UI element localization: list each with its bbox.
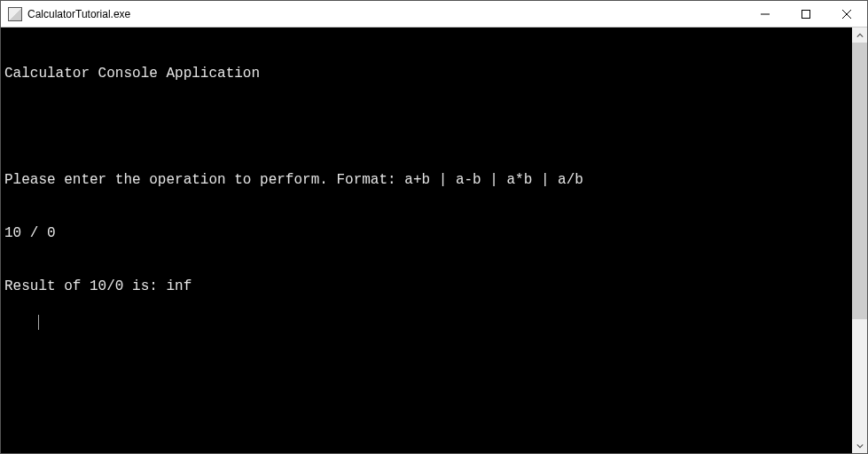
window-title: CalculatorTutorial.exe xyxy=(27,8,745,20)
maximize-icon xyxy=(802,10,810,19)
svg-rect-1 xyxy=(802,10,810,18)
scroll-thumb[interactable] xyxy=(852,43,867,319)
scroll-up-button[interactable] xyxy=(852,27,867,43)
maximize-button[interactable] xyxy=(786,1,826,27)
console-output[interactable]: Calculator Console Application Please en… xyxy=(1,27,852,453)
window-titlebar: CalculatorTutorial.exe xyxy=(1,1,867,27)
vertical-scrollbar[interactable] xyxy=(852,27,867,453)
console-line: 10 / 0 xyxy=(4,224,848,242)
console-line xyxy=(4,118,848,136)
console-line: Calculator Console Application xyxy=(4,65,848,82)
console-line: Please enter the operation to perform. F… xyxy=(4,171,848,189)
minimize-button[interactable] xyxy=(745,1,786,27)
console-wrapper: Calculator Console Application Please en… xyxy=(1,27,867,453)
chevron-up-icon xyxy=(856,32,864,39)
chevron-down-icon xyxy=(856,442,864,450)
text-cursor xyxy=(38,315,39,330)
close-button[interactable] xyxy=(826,1,867,27)
app-icon xyxy=(8,7,22,21)
scroll-down-button[interactable] xyxy=(852,438,867,453)
close-icon xyxy=(842,10,851,19)
console-line: Result of 10/0 is: inf xyxy=(4,278,848,295)
window-controls xyxy=(745,1,867,27)
scroll-track[interactable] xyxy=(852,43,867,438)
minimize-icon xyxy=(761,10,770,19)
